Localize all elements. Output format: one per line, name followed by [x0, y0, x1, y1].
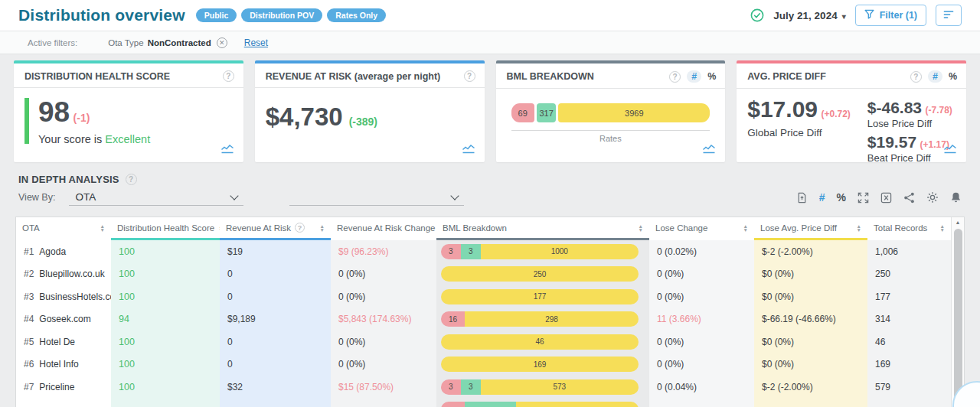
table-row[interactable]: #4Goseek.com94$9,189$5,843 (174.63%)1629…: [16, 308, 951, 331]
lose-avg-price-diff-cell: [754, 399, 867, 407]
column-header[interactable]: Revenue At Risk Change: [331, 223, 436, 233]
row-rank: #4: [24, 314, 34, 324]
bml-breakdown-cell: [436, 399, 649, 407]
chevron-down-icon: [451, 191, 459, 200]
secondary-select[interactable]: [289, 189, 464, 206]
trend-chart-icon[interactable]: [220, 142, 234, 157]
trend-chart-icon[interactable]: [943, 142, 957, 157]
card-title: DISTRIBUTION HEALTH SCORE: [24, 71, 170, 82]
lose-change-cell: 11 (3.66%): [649, 308, 754, 331]
percent-icon[interactable]: %: [837, 191, 846, 204]
remove-filter-icon[interactable]: [217, 37, 227, 48]
lose-change-cell: 0 (0%): [649, 330, 754, 353]
column-header[interactable]: Distribution Health Score: [111, 223, 220, 233]
sort-options-button[interactable]: [936, 5, 962, 26]
trend-chart-icon[interactable]: [462, 142, 475, 157]
column-header[interactable]: Lose Avg. Price Diff: [754, 223, 867, 233]
help-icon[interactable]: [464, 70, 475, 82]
row-rank: #1: [24, 246, 34, 257]
date-selector[interactable]: July 21, 2024: [773, 10, 845, 21]
revenue-at-risk-cell: [220, 399, 331, 407]
bml-breakdown-cell: 46: [436, 330, 649, 353]
sort-icon[interactable]: [100, 224, 105, 232]
sort-icon[interactable]: [639, 224, 643, 232]
bml-bar: 177: [441, 289, 639, 304]
count-toggle[interactable]: #: [687, 70, 701, 83]
scrollbar-thumb[interactable]: [954, 229, 962, 407]
view-by-select[interactable]: OTA: [69, 190, 243, 206]
card-title: AVG. PRICE DIFF: [747, 71, 826, 82]
bml-bar: 46: [441, 334, 639, 350]
revenue-value: $4,730: [266, 104, 343, 129]
filter-chip[interactable]: Ota Type NonContracted: [108, 37, 227, 48]
trend-chart-icon[interactable]: [702, 142, 716, 157]
health-score-cell: 100: [111, 330, 220, 353]
lose-avg-price-diff-cell: $0 (0%): [754, 353, 867, 376]
revenue-at-risk-change-cell: 0 (0%): [331, 263, 436, 286]
count-toggle[interactable]: #: [928, 70, 942, 83]
table-row[interactable]: #5Hotel De10000 (0%)460 (0%)$0 (0%)46: [16, 330, 951, 353]
total-records-cell: 46: [867, 330, 951, 353]
table-row[interactable]: #7Priceline100$32$15 (87.50%)335730 (0.0…: [16, 376, 951, 399]
date-label: July 21, 2024: [773, 10, 837, 21]
sort-icon[interactable]: [320, 224, 325, 232]
health-score-cell: 94: [111, 308, 220, 331]
table-row[interactable]: #1Agoda100$19$9 (96.23%)3310000 (0.02%)$…: [16, 240, 951, 263]
column-header[interactable]: Lose Change: [649, 223, 754, 233]
bml-segment: 573: [481, 379, 639, 395]
file-export-icon[interactable]: [796, 192, 808, 204]
sort-icon[interactable]: [940, 224, 945, 232]
view-by-label: View By:: [18, 192, 55, 203]
column-header[interactable]: BML Breakdown: [436, 223, 649, 233]
scroll-up-icon[interactable]: [956, 219, 961, 226]
help-icon[interactable]: [910, 71, 922, 83]
column-header[interactable]: Total Records: [867, 223, 951, 233]
sort-icon[interactable]: [857, 224, 861, 232]
bml-breakdown-cell: 250: [436, 263, 649, 286]
bml-bar: 169: [441, 357, 639, 372]
price-diff-body: $17.09 (+0.72) Global Price Diff $-46.83…: [747, 98, 956, 166]
table-row[interactable]: [16, 399, 951, 407]
share-icon[interactable]: [903, 192, 915, 204]
total-records-cell: 579: [867, 376, 951, 399]
filter-button[interactable]: Filter (1): [855, 5, 926, 26]
percent-toggle[interactable]: %: [707, 71, 716, 82]
ota-cell: #1Agoda: [16, 240, 111, 263]
kpi-cards: DISTRIBUTION HEALTH SCORE 98 (-1) Your s…: [14, 60, 966, 162]
table-row[interactable]: #2Bluepillow.co.uk10000 (0%)2500 (0%)$0 …: [16, 263, 951, 286]
excel-export-icon[interactable]: [880, 192, 892, 204]
sort-icon[interactable]: [743, 224, 748, 232]
percent-toggle[interactable]: %: [949, 71, 957, 82]
column-header-label: BML Breakdown: [443, 223, 507, 233]
health-score-cell: [111, 399, 220, 407]
reset-filters-link[interactable]: Reset: [244, 37, 268, 48]
filter-button-label: Filter (1): [880, 10, 917, 21]
row-rank: #5: [24, 337, 34, 347]
table-row[interactable]: #3BusinessHotels.com10000 (0%)1770 (0%)$…: [16, 285, 951, 308]
topbar-actions: July 21, 2024 Filter (1): [750, 5, 962, 26]
filter-funnel-icon: [864, 9, 874, 21]
table-row[interactable]: #6Hotel Info10000 (0%)1690 (0%)$0 (0%)16…: [16, 353, 951, 376]
column-header[interactable]: Revenue At Risk: [220, 223, 331, 233]
help-icon[interactable]: [126, 174, 137, 185]
column-header-label: Revenue At Risk Change: [337, 223, 436, 233]
notifications-icon[interactable]: [950, 191, 962, 204]
settings-icon[interactable]: [926, 191, 939, 204]
help-icon[interactable]: [669, 71, 681, 83]
chevron-down-icon: [842, 10, 846, 21]
lose-price-diff-delta: (-7.78): [926, 105, 952, 116]
lose-change-cell: [649, 399, 754, 407]
lose-avg-price-diff-cell: $0 (0%): [754, 330, 867, 353]
card-health: DISTRIBUTION HEALTH SCORE 98 (-1) Your s…: [14, 60, 243, 162]
help-icon[interactable]: [223, 70, 234, 82]
ota-name: Agoda: [39, 246, 66, 257]
expand-icon[interactable]: [858, 192, 869, 204]
vertical-scrollbar[interactable]: [951, 217, 964, 407]
total-records-cell: 169: [867, 353, 951, 376]
beat-price-diff-label: Beat Price Diff: [867, 152, 952, 164]
column-header[interactable]: OTA: [16, 223, 111, 233]
bml-axis-label: Rates: [511, 130, 710, 143]
help-icon[interactable]: [295, 223, 305, 233]
data-table: OTADistribution Health ScoreRevenue At R…: [15, 217, 965, 407]
hash-icon[interactable]: #: [819, 191, 825, 204]
